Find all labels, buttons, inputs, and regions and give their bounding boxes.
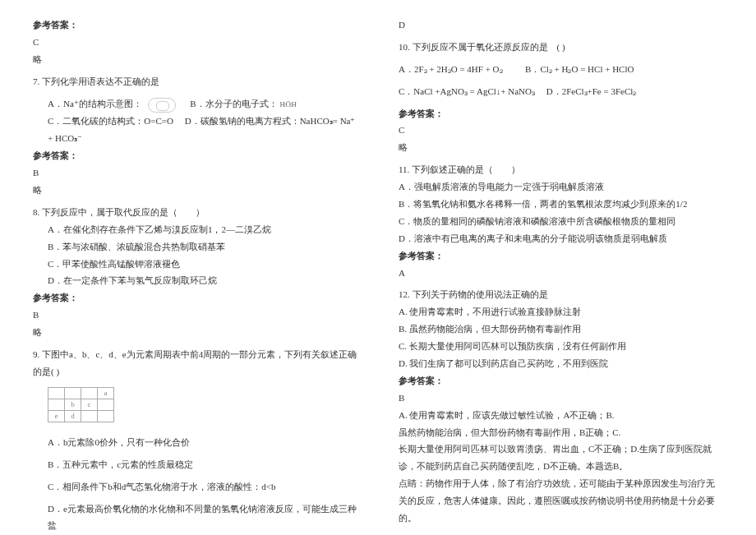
q9-option-a: A．b元素除0价外，只有一种化合价 [33, 434, 357, 451]
q12-option-b: B. 虽然药物能治病，但大部份药物有毒副作用 [399, 321, 723, 338]
answer-label: 参考答案： [399, 372, 723, 390]
q11-option-b: B．将氢氧化钠和氨水各稀释一倍，两者的氢氧根浓度均减少到原来的1/2 [399, 196, 723, 213]
q11-option-d: D．溶液中有已电离的离子和未电离的分子能说明该物质是弱电解质 [399, 230, 723, 247]
q12-option-a: A. 使用青霉素时，不用进行试验直接静脉注射 [399, 303, 723, 321]
q8-answer: B [33, 307, 357, 324]
q8-option-c: C．甲苯使酸性高锰酸钾溶液褪色 [33, 256, 357, 273]
q7-option-c-row: C．二氧化碳的结构式：O=C=O D．碳酸氢钠的电离方程式：NaHCO₃= Na… [33, 113, 357, 147]
q9-stem: 9. 下图中a、b、c、d、e为元素周期表中前4周期的一部分元素，下列有关叙述正… [33, 346, 357, 380]
q7-option-c: C．二氧化碳的结构式：O=C=O [48, 116, 173, 126]
q10-stem: 10. 下列反应不属于氧化还原反应的是 ( ) [399, 39, 723, 56]
q8-option-a: A．在催化剂存在条件下乙烯与溴反应制1，2—二溴乙烷 [33, 221, 357, 238]
q12-explain-2: 虽然药物能治病，但大部份药物有毒副作用，B正确；C. [399, 424, 723, 441]
q7-option-a: A．Na⁺的结构示意图： [48, 99, 142, 108]
q8-option-d: D．在一定条件下苯与氢气反应制取环己烷 [33, 272, 357, 289]
q11-stem: 11. 下列叙述正确的是（ ） [399, 161, 723, 178]
q8-lue: 略 [33, 324, 357, 341]
q11-answer: A [399, 265, 723, 282]
q9-option-c: C．相同条件下b和d气态氢化物溶于水，溶液的酸性：d<b [33, 478, 357, 496]
answer-label: 参考答案： [33, 289, 357, 307]
answer-label: 参考答案： [399, 105, 723, 122]
q11-option-c: C．物质的量相同的磷酸钠溶液和磷酸溶液中所含磷酸根物质的量相同 [399, 213, 723, 230]
q6-lue: 略 [33, 51, 357, 68]
periodic-table-snippet: a bc ed [48, 387, 357, 422]
q6-answer: C [33, 34, 357, 51]
right-column: D 10. 下列反应不属于氧化还原反应的是 ( ) A．2F₂ + 2H₂O =… [399, 16, 723, 519]
q10-row-cd: C．NaCl +AgNO₃ = AgCl↓+ NaNO₃ D．2FeCl₃+Fe… [399, 83, 723, 100]
q10-option-d: D．2FeCl₃+Fe = 3FeCl₂ [546, 86, 637, 96]
q12-explain-1: A. 使用青霉素时，应该先做过敏性试验，A不正确；B. [399, 407, 723, 424]
q10-option-c: C．NaCl +AgNO₃ = AgCl↓+ NaNO₃ [399, 86, 535, 96]
atom-diagram-icon [148, 96, 176, 113]
q12-answer: B [399, 390, 723, 407]
left-column: 参考答案： C 略 7. 下列化学用语表达不正确的是 A．Na⁺的结构示意图： … [33, 16, 357, 519]
q11-option-a: A．强电解质溶液的导电能力一定强于弱电解质溶液 [399, 178, 723, 196]
electron-dot-icon: H:Ö:H [279, 100, 296, 108]
q12-option-c: C. 长期大量使用阿司匹林可以预防疾病，没有任何副作用 [399, 338, 723, 355]
answer-label: 参考答案： [33, 16, 357, 34]
q10-option-a: A．2F₂ + 2H₂O = 4HF + O₂ [399, 64, 503, 74]
q7-option-b: B．水分子的电子式： [190, 99, 277, 108]
q7-stem: 7. 下列化学用语表达不正确的是 [33, 73, 357, 90]
answer-label: 参考答案： [33, 147, 357, 164]
q12-explain-4: 点睛：药物作用于人体，除了有治疗功效统，还可能由于某种原因发生与治疗无关的反应，… [399, 475, 723, 527]
q12-explain-3: 长期大量使用阿司匹林可以致胃溃疡、胃出血，C不正确；D.生病了应到医院就诊，不能… [399, 440, 723, 475]
answer-label: 参考答案： [399, 247, 723, 265]
q9-answer: D [399, 16, 723, 34]
q7-lue: 略 [33, 182, 357, 199]
q7-answer: B [33, 164, 357, 182]
q10-lue: 略 [399, 139, 723, 156]
q10-answer: C [399, 122, 723, 139]
q12-option-d: D. 我们生病了都可以到药店自己买药吃，不用到医院 [399, 355, 723, 372]
q9-option-d: D．e元素最高价氧化物的水化物和不同量的氢氧化钠溶液反应，可能生成三种盐 [33, 500, 357, 535]
q10-row-ab: A．2F₂ + 2H₂O = 4HF + O₂ B．Cl₂ + H₂O = HC… [399, 61, 723, 78]
q9-option-b: B．五种元素中，c元素的性质最稳定 [33, 456, 357, 473]
q10-option-b: B．Cl₂ + H₂O = HCl + HClO [525, 64, 634, 74]
q8-stem: 8. 下列反应中，属于取代反应的是（ ） [33, 204, 357, 221]
q8-option-b: B．苯与浓硝酸、浓硫酸混合共热制取硝基苯 [33, 238, 357, 256]
q12-stem: 12. 下列关于药物的使用说法正确的是 [399, 286, 723, 303]
q7-option-a-row: A．Na⁺的结构示意图： B．水分子的电子式： H:Ö:H [33, 95, 357, 113]
